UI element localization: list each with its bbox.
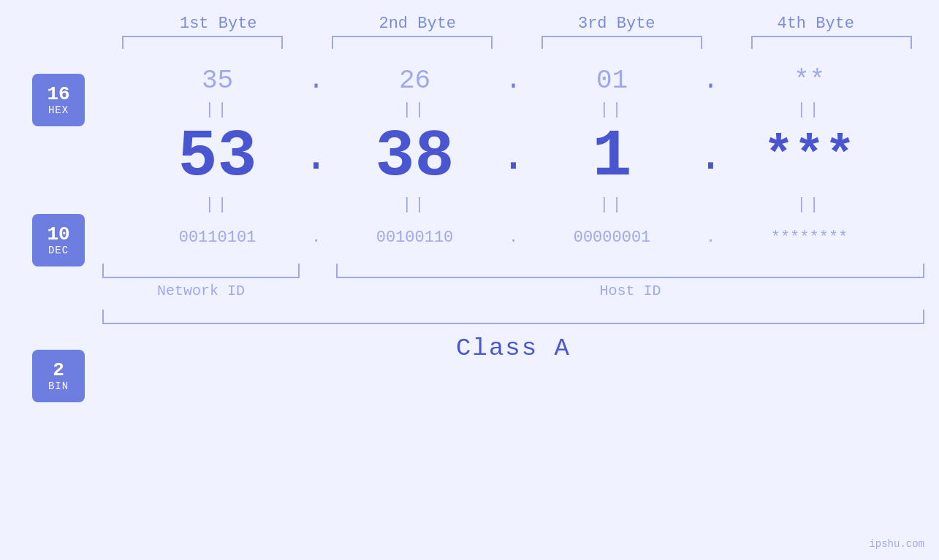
dot-dec-2: . <box>495 132 532 182</box>
eq2-b3: || <box>532 196 693 214</box>
dot-dec-3: . <box>693 132 729 182</box>
bin-b3: 00000001 <box>532 229 693 247</box>
dot-hex-3: . <box>693 66 729 96</box>
eq1-b3: || <box>532 101 693 119</box>
eq2-b4: || <box>729 196 890 214</box>
dec-b1: 53 <box>137 124 298 190</box>
bracket-b4 <box>751 36 912 49</box>
equals-row-1: || || || || <box>102 99 924 120</box>
dec-b4: *** <box>729 131 890 183</box>
dec-badge-num: 10 <box>47 224 69 245</box>
hex-b2: 26 <box>335 66 495 96</box>
bracket-b1 <box>122 36 283 49</box>
dot-bin-2: . <box>495 229 532 247</box>
eq1-b4: || <box>729 101 890 119</box>
bin-value-row: 00110101 . 00100110 . 00000001 . <box>102 215 924 259</box>
network-id-label: Network ID <box>102 283 300 299</box>
dot-bin-1: . <box>298 229 335 247</box>
bin-b2: 00100110 <box>335 229 495 247</box>
host-id-label: Host ID <box>336 283 924 299</box>
bracket-b2 <box>332 36 493 49</box>
bin-b4: ******** <box>729 229 890 247</box>
eq1-b1: || <box>137 101 298 119</box>
hex-badge-label: HEX <box>48 104 69 116</box>
byte-headers: 1st Byte 2nd Byte 3rd Byte 4th Byte <box>119 15 916 33</box>
bin-b1: 00110101 <box>137 229 298 247</box>
byte1-header: 1st Byte <box>138 15 299 33</box>
top-brackets <box>119 36 916 49</box>
hex-value-row: 35 . 26 . 01 . ** <box>102 62 924 99</box>
byte2-header: 2nd Byte <box>337 15 498 33</box>
eq2-b2: || <box>335 196 495 214</box>
bin-badge-num: 2 <box>53 360 64 381</box>
watermark: ipshu.com <box>869 538 924 550</box>
byte4-header: 4th Byte <box>735 15 896 33</box>
big-bottom-bracket <box>102 310 924 324</box>
bottom-brackets-row <box>102 264 924 278</box>
eq2-b1: || <box>137 196 298 214</box>
equals-row-2: || || || || <box>102 193 924 215</box>
byte3-header: 3rd Byte <box>536 15 697 33</box>
hex-badge: 16 HEX <box>32 74 85 126</box>
badges-column: 16 HEX 10 DEC 2 BIN <box>0 62 102 402</box>
dec-badge: 10 DEC <box>32 214 85 266</box>
class-label: Class A <box>102 334 924 362</box>
eq1-b2: || <box>335 101 495 119</box>
dot-hex-1: . <box>298 66 335 96</box>
bin-badge-label: BIN <box>48 380 69 392</box>
dec-b3: 1 <box>532 124 693 190</box>
hex-b4: ** <box>729 66 890 96</box>
hex-b3: 01 <box>532 66 693 96</box>
dec-b2: 38 <box>335 124 495 190</box>
network-bracket <box>102 264 300 278</box>
hex-badge-num: 16 <box>47 84 69 105</box>
dot-hex-2: . <box>495 66 532 96</box>
bracket-b3 <box>541 36 702 49</box>
id-labels-row: Network ID Host ID <box>102 283 924 299</box>
dot-dec-1: . <box>298 132 335 182</box>
main-container: 1st Byte 2nd Byte 3rd Byte 4th Byte 16 H… <box>0 0 939 560</box>
dec-value-row: 53 . 38 . 1 . *** <box>102 120 924 193</box>
dot-bin-3: . <box>693 229 729 247</box>
hex-b1: 35 <box>137 66 298 96</box>
bin-badge: 2 BIN <box>32 350 85 402</box>
dec-badge-label: DEC <box>48 245 69 256</box>
host-bracket <box>336 264 924 278</box>
